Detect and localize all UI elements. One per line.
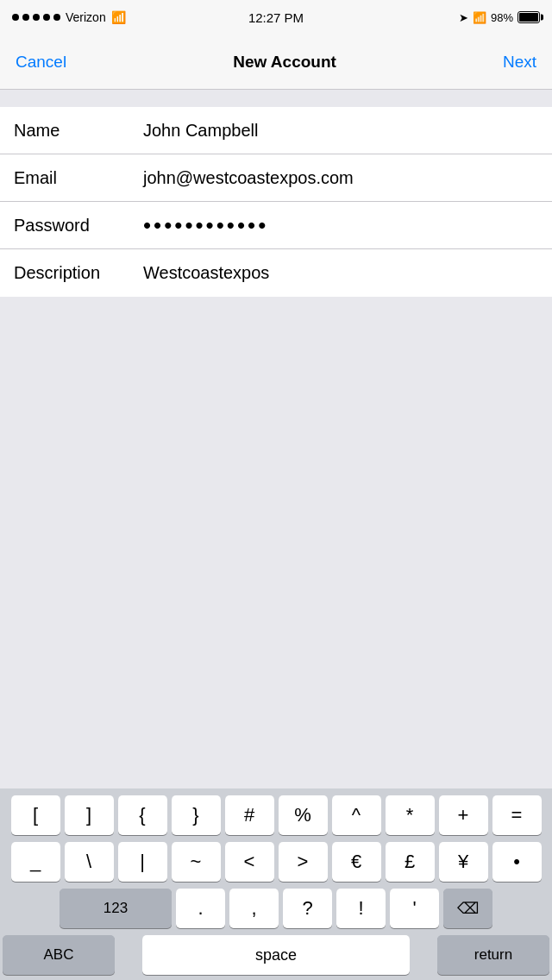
top-separator [0,90,552,107]
key-yen[interactable]: ¥ [439,842,488,882]
key-plus[interactable]: + [439,795,488,835]
status-bar: Verizon 📶 12:27 PM ➤ 📶 98% [0,0,552,35]
bluetooth-icon: 📶 [473,11,486,24]
key-open-bracket[interactable]: [ [11,795,60,835]
key-close-brace[interactable]: } [172,795,221,835]
description-value[interactable]: Westcoastexpos [143,263,538,283]
key-apostrophe[interactable]: ' [390,889,439,928]
location-icon: ➤ [459,11,468,24]
keyboard-row-1: [ ] { } # % ^ * + = [3,795,549,835]
key-euro[interactable]: € [332,842,381,882]
form-row-password[interactable]: Password •••••••••••• [0,202,552,249]
next-button[interactable]: Next [499,47,540,77]
key-exclamation[interactable]: ! [336,889,386,928]
key-abc[interactable]: ABC [3,935,115,975]
name-value[interactable]: John Campbell [143,121,538,141]
name-label: Name [14,121,143,141]
password-value[interactable]: •••••••••••• [143,214,538,236]
key-123[interactable]: 123 [60,889,172,928]
keyboard-row-4: ABC space return [3,935,549,975]
form-row-name[interactable]: Name John Campbell [0,107,552,154]
key-greater-than[interactable]: > [279,842,328,882]
key-backslash[interactable]: \ [65,842,114,882]
form-section: Name John Campbell Email john@westcoaste… [0,107,552,297]
signal-dots [12,14,60,21]
key-return[interactable]: return [437,935,549,975]
key-less-than[interactable]: < [225,842,274,882]
carrier-label: Verizon [66,10,106,24]
battery-icon [518,11,540,23]
nav-bar: Cancel New Account Next [0,35,552,90]
keyboard: [ ] { } # % ^ * + = _ \ | ~ < > € £ ¥ • … [0,788,552,980]
key-pound[interactable]: £ [386,842,435,882]
key-caret[interactable]: ^ [332,795,381,835]
key-bullet[interactable]: • [492,842,542,882]
battery-percent: 98% [491,11,513,24]
description-label: Description [14,263,143,283]
keyboard-row-2: _ \ | ~ < > € £ ¥ • [3,842,549,882]
key-hash[interactable]: # [225,795,274,835]
key-percent[interactable]: % [279,795,328,835]
form-row-email[interactable]: Email john@westcoastexpos.com [0,154,552,202]
key-pipe[interactable]: | [118,842,167,882]
status-right: ➤ 📶 98% [459,11,540,24]
key-tilde[interactable]: ~ [172,842,221,882]
form-row-description[interactable]: Description Westcoastexpos [0,249,552,297]
mid-separator [0,297,552,361]
cancel-button[interactable]: Cancel [12,47,70,77]
key-close-bracket[interactable]: ] [65,795,114,835]
status-left: Verizon 📶 [12,10,126,24]
password-label: Password [14,216,143,236]
key-open-brace[interactable]: { [118,795,167,835]
delete-key[interactable]: ⌫ [443,889,492,928]
key-space[interactable]: space [142,935,410,975]
status-time: 12:27 PM [248,10,304,25]
key-equals[interactable]: = [492,795,542,835]
key-question[interactable]: ? [283,889,332,928]
email-value[interactable]: john@westcoastexpos.com [143,168,538,188]
nav-title: New Account [233,53,336,72]
key-asterisk[interactable]: * [386,795,435,835]
email-label: Email [14,168,143,188]
key-underscore[interactable]: _ [11,842,60,882]
key-comma[interactable]: , [229,889,279,928]
key-period[interactable]: . [176,889,225,928]
keyboard-row-3: 123 . , ? ! ' ⌫ [3,889,549,928]
wifi-icon: 📶 [111,10,126,24]
